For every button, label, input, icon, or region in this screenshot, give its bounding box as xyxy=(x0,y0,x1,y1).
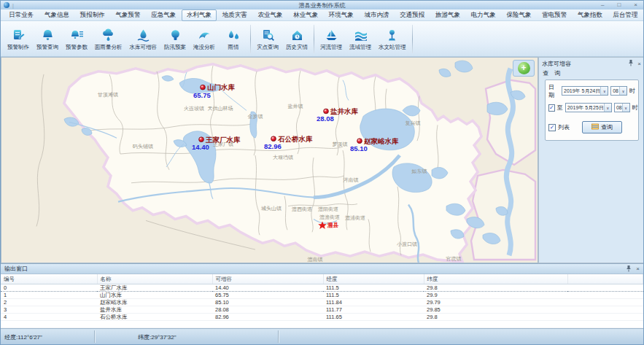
menu-tab[interactable]: 预报制作 xyxy=(74,10,110,20)
menu-tab[interactable]: 环境气象 xyxy=(323,10,359,20)
output-table-cell: 29.85 xyxy=(424,306,567,314)
chevron-down-icon: ∨ xyxy=(622,104,629,112)
output-table-cell: 石公桥水库 xyxy=(97,314,212,321)
warning-query-button[interactable]: 预警查询 xyxy=(33,23,62,55)
date-from-select[interactable]: 2019年 5月24日 ∨ xyxy=(562,86,608,96)
warning-params-button[interactable]: 预警参数 xyxy=(62,23,91,55)
town-label: 复兴镇 xyxy=(406,120,421,126)
output-column-header[interactable]: 经度 xyxy=(323,274,424,284)
river-management-button[interactable]: 河流管理 xyxy=(317,23,346,55)
waves-icon xyxy=(353,27,368,42)
list-checkbox[interactable]: ✓ xyxy=(548,124,556,131)
minimize-button[interactable]: – xyxy=(601,1,604,9)
menu-tab[interactable]: 气象预警 xyxy=(110,10,146,20)
menu-tab[interactable]: 地质灾害 xyxy=(217,10,252,20)
output-table: 编号名称可增容经度纬度 0王家厂水库14.40111.529.81山门水库65.… xyxy=(1,274,643,336)
town-label: 天供山林场 xyxy=(208,106,233,112)
application-window: | 澧县业务制作系统 – □ × 日常业务气象信息预报制作气象预警应急气象水利气… xyxy=(0,0,644,345)
menu-tab[interactable]: 电力气象 xyxy=(465,10,501,20)
pin-icon[interactable] xyxy=(628,59,634,68)
menu-tab[interactable]: 保险气象 xyxy=(501,10,537,20)
close-button[interactable]: × xyxy=(634,1,637,9)
toolbar-button-label: 流域管理 xyxy=(349,44,371,51)
output-table-row[interactable]: 3盐井水库28.08111.7729.85 xyxy=(1,306,643,314)
toolbar-button-label: 防汛预案 xyxy=(164,44,186,51)
menu-tab[interactable]: 雷电预警 xyxy=(537,10,573,20)
reservoir-dot-icon xyxy=(271,136,276,142)
reservoir-value-label: 28.08 xyxy=(317,115,334,123)
menu-tab[interactable]: 后台管理 xyxy=(608,10,643,20)
date-label: 日期 xyxy=(548,83,559,99)
warning-params-icon xyxy=(69,27,85,42)
warning-create-button[interactable]: 预警制作 xyxy=(4,23,33,55)
output-table-cell: 1 xyxy=(1,292,97,299)
sailboat-icon xyxy=(324,27,339,42)
menu-tab[interactable]: 气象信息 xyxy=(39,10,75,20)
marker-highlight xyxy=(358,139,360,141)
output-close-icon[interactable]: × xyxy=(636,265,640,272)
output-column-header[interactable]: 名称 xyxy=(97,274,212,284)
menu-tab[interactable]: 城市内涝 xyxy=(359,10,395,20)
output-column-header[interactable]: 纬度 xyxy=(424,274,567,284)
basin-management-button[interactable]: 流域管理 xyxy=(346,23,375,55)
town-label: 澧澹街道 xyxy=(319,214,340,220)
panel-close-icon[interactable]: × xyxy=(637,61,641,67)
date-to-select[interactable]: 2019年 5月25日 ∨ xyxy=(565,103,612,112)
town-label: 如东镇 xyxy=(412,168,427,174)
to-checkbox[interactable]: ✓ xyxy=(548,104,555,112)
menu-tab[interactable]: 水利气象 xyxy=(182,9,217,21)
disaster-point-query-button[interactable]: 灾点查询 xyxy=(253,23,282,55)
menu-tab[interactable]: 农业气象 xyxy=(252,10,288,20)
reservoir-value-label: 14.40 xyxy=(192,143,209,151)
bulb-icon xyxy=(168,27,183,42)
reservoir-name-label: 盐井水库 xyxy=(330,107,358,115)
menu-tab[interactable]: 交通预报 xyxy=(395,10,430,20)
output-table-cell: 29.8 xyxy=(424,284,567,292)
menu-tab[interactable]: 气象指数 xyxy=(573,10,608,20)
town-label: 澧西街道 xyxy=(292,207,312,213)
map-canvas[interactable]: 甘溪滩镇火连坡镇天供山林场金罗镇盐井镇复兴镇码头铺镇王家厂镇大堰垱镇梦溪镇涔南镇… xyxy=(1,58,538,263)
menu-bar: 日常业务气象信息预报制作气象预警应急气象水利气象地质灾害农业气象林业气象环境气象… xyxy=(1,9,643,21)
toolbar-button-label: 水库可增容 xyxy=(130,44,158,51)
title-bar: | 澧县业务制作系统 – □ × xyxy=(1,1,643,9)
pin-icon[interactable] xyxy=(626,265,632,274)
town-label: 梦溪镇 xyxy=(333,142,348,147)
output-table-cell: 85.10 xyxy=(212,299,323,306)
menu-tab[interactable]: 旅游气象 xyxy=(430,10,466,20)
query-button[interactable]: 查询 xyxy=(582,121,622,133)
hour-suffix-label: 时 xyxy=(629,87,635,95)
reservoir-value-label: 85.10 xyxy=(350,144,368,152)
rain-info-button[interactable]: 雨情 xyxy=(219,23,248,55)
disaster-history-button[interactable]: 历史灾情 xyxy=(282,23,311,55)
reservoir-value-label: 65.75 xyxy=(193,91,211,99)
output-table-cell: 3 xyxy=(1,306,97,314)
reservoir-name-label: 山门水库 xyxy=(207,83,235,91)
toolbar-separator xyxy=(412,25,413,53)
menu-tab[interactable]: 林业气象 xyxy=(288,10,324,20)
toolbar-separator xyxy=(314,25,314,53)
area-rainfall-analysis-button[interactable]: 面雨量分析 xyxy=(91,23,126,55)
status-longitude: 经度:112°6'27" xyxy=(4,333,42,341)
maximize-button[interactable]: □ xyxy=(617,1,621,9)
menu-tab[interactable]: 日常业务 xyxy=(4,10,39,20)
output-column-header[interactable]: 编号 xyxy=(1,274,97,284)
output-column-header[interactable]: 可增容 xyxy=(212,274,323,284)
output-table-row[interactable]: 2赵家峪水库85.10111.8429.79 xyxy=(1,299,643,306)
menu-tab[interactable]: 应急气象 xyxy=(146,10,182,20)
output-table-row[interactable]: 4石公桥水库82.96111.6529.8 xyxy=(1,314,643,321)
town-label: 火连坡镇 xyxy=(184,106,204,112)
hour-from-select[interactable]: 08 ∨ xyxy=(610,86,627,96)
reservoir-capacity-button[interactable]: 水库可增容 xyxy=(126,23,161,55)
county-boundary xyxy=(64,64,481,262)
hydrostation-management-button[interactable]: 水文站管理 xyxy=(375,23,410,55)
flood-plan-button[interactable]: 防汛预案 xyxy=(160,23,190,55)
output-table-row[interactable]: 0王家厂水库14.40111.529.8 xyxy=(1,284,643,292)
toolbar-button-label: 灾点查询 xyxy=(257,44,279,51)
output-window-title: 输出窗口 xyxy=(4,265,28,273)
submerge-analysis-button[interactable]: 淹没分析 xyxy=(190,23,219,55)
hour-to-select[interactable]: 08 ∨ xyxy=(614,103,630,112)
zoom-in-button[interactable]: + xyxy=(518,62,530,74)
to-label: 至 xyxy=(557,104,563,112)
output-table-row[interactable]: 1山门水库65.75111.529.9 xyxy=(1,292,643,299)
output-table-empty-row xyxy=(1,321,643,328)
